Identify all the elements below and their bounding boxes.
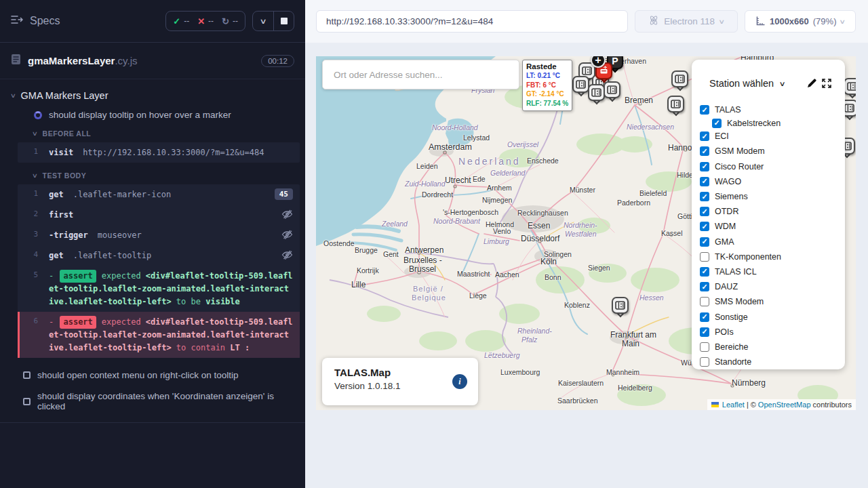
unchecked-checkbox[interactable] bbox=[700, 342, 709, 352]
map-marker[interactable] bbox=[844, 78, 856, 95]
checked-checkbox[interactable]: ✓ bbox=[700, 222, 709, 231]
pending-test-icon bbox=[23, 371, 31, 379]
map-marker[interactable] bbox=[604, 81, 620, 98]
tooltip-measurement: LT: 0.21 °C bbox=[526, 71, 568, 81]
unchecked-checkbox[interactable] bbox=[700, 297, 709, 306]
map-marker-cluster[interactable]: + bbox=[591, 56, 606, 68]
map-label: Essen bbox=[528, 221, 550, 230]
station-layer-row: ✓TALAS bbox=[692, 102, 845, 117]
unchecked-checkbox[interactable] bbox=[700, 357, 709, 367]
hidden-eye-icon bbox=[281, 228, 293, 240]
station-layer-label: TK-Komponenten bbox=[715, 252, 781, 262]
map-marker[interactable] bbox=[612, 297, 629, 314]
search-input[interactable] bbox=[323, 70, 519, 80]
leaflet-map[interactable]: AmsterdamNederlandLeidenUtrechtEdeArnhem… bbox=[316, 56, 856, 410]
edit-pencil-icon[interactable] bbox=[804, 76, 819, 91]
map-marker[interactable] bbox=[572, 76, 589, 93]
map-marker[interactable] bbox=[667, 96, 684, 113]
test-stats: ✓-- ✕-- ↻-- bbox=[165, 11, 245, 31]
test-active[interactable]: should display tooltip on hover over a m… bbox=[0, 105, 305, 125]
ukraine-flag-icon bbox=[711, 402, 719, 407]
pending-test[interactable]: should open context menu on right-click … bbox=[0, 365, 305, 386]
station-layer-label: DAUZ bbox=[715, 282, 738, 291]
station-layer-row: ✓DAUZ bbox=[692, 279, 845, 294]
station-layer-label: OTDR bbox=[715, 207, 738, 216]
pending-test[interactable]: should display coordinates when 'Koordin… bbox=[0, 386, 305, 417]
info-icon[interactable]: i bbox=[452, 374, 467, 389]
checked-checkbox[interactable]: ✓ bbox=[700, 312, 709, 322]
command-assert[interactable]: 5- assertexpected <div#leaflet-tooltip-5… bbox=[18, 266, 300, 312]
viewport-info[interactable]: 1000x660 (79%) ∨ bbox=[745, 10, 856, 33]
chevron-down-icon[interactable]: ∨ bbox=[779, 80, 786, 87]
station-layer-label: Kabelstrecken bbox=[727, 119, 781, 128]
checked-checkbox[interactable]: ✓ bbox=[700, 327, 709, 337]
command-row[interactable]: 4get.leaflet-tooltip bbox=[18, 245, 300, 266]
section-before-all[interactable]: ∨ BEFORE ALL bbox=[0, 125, 305, 141]
checked-checkbox[interactable]: ✓ bbox=[712, 119, 722, 128]
station-layer-row: ✓Siemens bbox=[692, 189, 845, 204]
map-label: Liège bbox=[469, 291, 487, 300]
app-version: Version 1.0.18.1 bbox=[334, 381, 466, 391]
map-label: Rheinland- bbox=[517, 327, 552, 335]
command-assert[interactable]: 6- assertexpected <div#leaflet-tooltip-5… bbox=[18, 312, 300, 358]
checked-checkbox[interactable]: ✓ bbox=[700, 237, 709, 247]
command-row[interactable]: 2first bbox=[18, 205, 300, 225]
checked-checkbox[interactable]: ✓ bbox=[700, 267, 709, 277]
map-search-box bbox=[322, 60, 519, 89]
expand-icon[interactable] bbox=[819, 76, 834, 91]
unchecked-checkbox[interactable] bbox=[700, 252, 709, 262]
stations-panel: Station wählen ∨ ✓TALAS✓Kabelstrecken✓EC… bbox=[692, 60, 845, 369]
url-bar[interactable]: http://192.168.10.33:3000/?m=12&u=484 bbox=[316, 10, 628, 33]
section-test-body[interactable]: ∨ TEST BODY bbox=[0, 167, 305, 183]
map-label: Noord-Brabant bbox=[433, 217, 480, 225]
checked-checkbox[interactable]: ✓ bbox=[700, 207, 709, 216]
map-label: Heidelberg bbox=[618, 384, 652, 392]
ruler-icon bbox=[755, 16, 766, 28]
map-label: België / bbox=[413, 285, 443, 293]
checked-checkbox[interactable]: ✓ bbox=[700, 105, 709, 115]
spec-file-row[interactable]: gmaMarkersLayer.cy.js 00:12 bbox=[0, 43, 305, 79]
map-label: Antwerpen bbox=[405, 245, 443, 255]
map-label: Enschede bbox=[527, 157, 559, 165]
stations-title: Station wählen bbox=[709, 78, 774, 89]
specs-menu-icon[interactable] bbox=[11, 14, 23, 28]
map-label: Lelystad bbox=[463, 134, 490, 142]
run-controls: ∨ bbox=[252, 11, 294, 31]
map-label: Gelderland bbox=[490, 169, 525, 177]
osm-link[interactable]: OpenStreetMap bbox=[758, 401, 811, 409]
map-marker[interactable] bbox=[588, 84, 605, 101]
station-layer-row: Standorte bbox=[692, 354, 845, 369]
command-row[interactable]: 1visithttp://192.168.10.33:3000/?m=12&u=… bbox=[18, 142, 300, 163]
suite-gma-markers-layer[interactable]: ∨ GMA Markers Layer bbox=[0, 86, 305, 105]
checked-checkbox[interactable]: ✓ bbox=[700, 192, 709, 201]
checked-checkbox[interactable]: ✓ bbox=[700, 162, 709, 171]
electron-icon bbox=[648, 15, 659, 28]
browser-select[interactable]: Electron 118 ∨ bbox=[635, 10, 738, 33]
element-count-badge: 45 bbox=[275, 188, 293, 200]
stop-button[interactable] bbox=[273, 12, 294, 30]
map-label: Recklinghausen bbox=[517, 209, 568, 217]
map-label: Nürnberg bbox=[732, 378, 766, 388]
map-label: Bruxelles - bbox=[403, 256, 442, 265]
before-all-commands: 1visithttp://192.168.10.33:3000/?m=12&u=… bbox=[18, 142, 300, 163]
command-row[interactable]: 1get.leaflet-marker-icon45 bbox=[18, 184, 300, 205]
map-label: Frankfurt am bbox=[610, 330, 656, 340]
running-spinner-icon bbox=[34, 111, 42, 119]
checked-checkbox[interactable]: ✓ bbox=[700, 282, 709, 291]
checked-checkbox[interactable]: ✓ bbox=[700, 146, 709, 156]
map-label: Amsterdam bbox=[429, 142, 472, 152]
checked-checkbox[interactable]: ✓ bbox=[700, 131, 709, 141]
checked-checkbox[interactable]: ✓ bbox=[700, 177, 709, 186]
station-layer-row: ✓POIs bbox=[692, 325, 845, 340]
map-label: Kortrijk bbox=[357, 266, 379, 274]
specs-label[interactable]: Specs bbox=[30, 15, 60, 27]
station-layer-label: Cisco Router bbox=[715, 162, 764, 171]
map-label: Noord-Holland bbox=[432, 123, 478, 131]
map-label: Main bbox=[622, 339, 639, 348]
pending-test-icon bbox=[23, 398, 31, 405]
leaflet-link[interactable]: Leaflet bbox=[722, 401, 745, 409]
collapse-all-button[interactable]: ∨ bbox=[253, 12, 273, 30]
marker-tooltip[interactable]: Rastede LT: 0.21 °CFBT: 6 °CGT: -2.14 °C… bbox=[522, 60, 572, 111]
map-marker[interactable] bbox=[671, 70, 688, 87]
command-row[interactable]: 3-triggermouseover bbox=[18, 225, 300, 245]
